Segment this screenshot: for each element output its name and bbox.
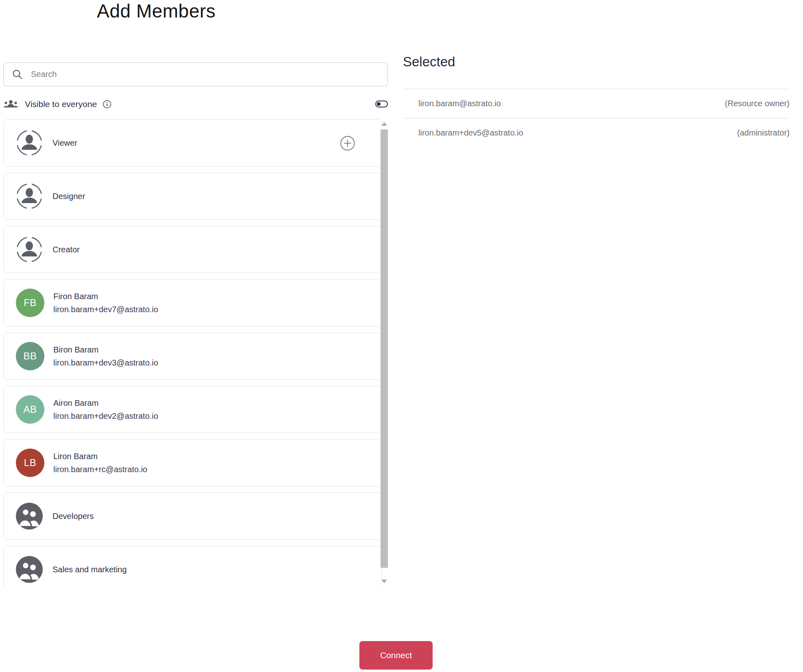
list-item-group[interactable]: Sales and marketing: [3, 546, 382, 587]
selected-list: liron.baram@astrato.io (Resource owner) …: [403, 89, 790, 147]
group-label: Developers: [53, 512, 94, 521]
selected-email: liron.baram@astrato.io: [418, 99, 501, 108]
list-item-role-creator[interactable]: Creator: [3, 226, 382, 273]
selected-item: liron.baram@astrato.io (Resource owner): [403, 89, 790, 118]
visibility-row: Visible to everyone: [3, 98, 388, 111]
list-item-role-designer[interactable]: Designer: [3, 173, 382, 220]
list-item-role-viewer[interactable]: Viewer: [3, 119, 382, 166]
user-name: Firon Baram: [53, 290, 158, 303]
selected-panel: Selected liron.baram@astrato.io (Resourc…: [403, 53, 790, 147]
search-input[interactable]: [30, 69, 380, 79]
user-email: liron.baram+rc@astrato.io: [53, 463, 147, 476]
user-name: Liron Baram: [53, 450, 147, 463]
list-item-user[interactable]: LB Liron Baram liron.baram+rc@astrato.io: [3, 439, 382, 486]
person-dashed-circle-icon: [16, 129, 43, 156]
selected-role: (Resource owner): [725, 99, 790, 108]
avatar: LB: [16, 449, 44, 477]
page-title: Add Members: [97, 0, 216, 22]
group-label: Sales and marketing: [53, 565, 127, 574]
visibility-label: Visible to everyone: [25, 99, 97, 109]
avatar: FB: [16, 289, 44, 317]
add-icon[interactable]: [339, 135, 356, 151]
selected-item: liron.baram+dev5@astrato.io (administrat…: [403, 118, 790, 147]
selected-role: (administrator): [737, 128, 790, 138]
selected-email: liron.baram+dev5@astrato.io: [418, 128, 523, 138]
info-icon[interactable]: [103, 100, 112, 109]
connect-button[interactable]: Connect: [359, 641, 433, 670]
scrollbar-thumb[interactable]: [381, 129, 388, 568]
avatar: BB: [16, 342, 44, 370]
people-group-icon: [3, 99, 18, 109]
avatar: AB: [16, 395, 44, 424]
user-name: Biron Baram: [53, 343, 158, 356]
person-dashed-circle-icon: [16, 236, 43, 263]
triangle-down-icon[interactable]: [381, 580, 387, 583]
search-box: [3, 62, 388, 86]
triangle-up-icon[interactable]: [381, 122, 387, 126]
list-item-user[interactable]: AB Airon Baram liron.baram+dev2@astrato.…: [3, 386, 382, 433]
user-email: liron.baram+dev2@astrato.io: [53, 409, 158, 422]
user-email: liron.baram+dev7@astrato.io: [53, 303, 158, 316]
list-item-group[interactable]: Developers: [3, 493, 382, 540]
scrollbar[interactable]: [381, 119, 388, 587]
person-dashed-circle-icon: [16, 183, 43, 210]
people-filled-circle-icon: [16, 503, 43, 530]
toggle-knob: [377, 102, 381, 106]
visibility-toggle[interactable]: [375, 101, 388, 107]
user-email: liron.baram+dev3@astrato.io: [53, 356, 158, 369]
search-icon: [12, 69, 23, 80]
selected-heading: Selected: [403, 53, 790, 71]
members-list: Viewer Desig: [3, 119, 388, 587]
role-label: Viewer: [53, 138, 77, 148]
people-filled-circle-icon: [16, 556, 43, 583]
role-label: Creator: [53, 245, 80, 254]
list-item-user[interactable]: FB Firon Baram liron.baram+dev7@astrato.…: [3, 279, 382, 326]
members-picker-panel: Visible to everyone: [3, 62, 388, 587]
role-label: Designer: [53, 192, 85, 201]
list-item-user[interactable]: BB Biron Baram liron.baram+dev3@astrato.…: [3, 333, 382, 380]
user-name: Airon Baram: [53, 396, 158, 409]
